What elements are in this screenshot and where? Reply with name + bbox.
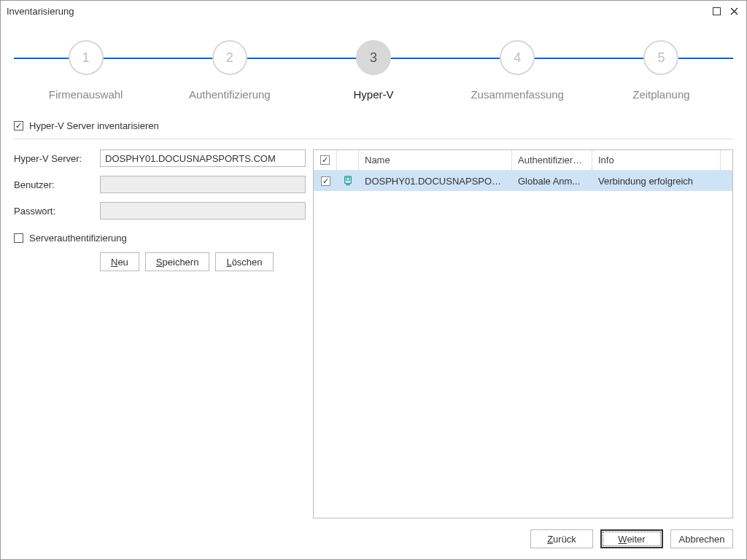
header-name[interactable]: Name (359, 150, 512, 170)
serverauth-row: Serverauthentifizierung (14, 233, 306, 244)
server-input[interactable] (100, 149, 306, 167)
step-zusammenfassung[interactable]: 4 Zusammenfassung (452, 36, 583, 101)
user-label: Benutzer: (14, 179, 100, 190)
serverauth-label: Serverauthentifizierung (29, 233, 127, 244)
step-number: 1 (69, 40, 104, 75)
step-label: Firmenauswahl (20, 88, 152, 101)
next-button[interactable]: Weiter (600, 529, 663, 548)
new-button[interactable]: Neu (100, 252, 139, 271)
row-password: Passwort: (14, 202, 306, 219)
step-zeitplanung[interactable]: 5 Zeitplanung (595, 36, 727, 101)
header-end (721, 150, 732, 170)
step-label: Zusammenfassung (452, 88, 583, 101)
step-label: Hyper-V (308, 88, 439, 101)
grid-header: Name Authentifizieru... Info (314, 150, 732, 171)
wizard-steps: 1 Firmenauswahl 2 Authentifizierung 3 Hy… (14, 36, 733, 116)
select-all-checkbox[interactable] (320, 155, 330, 165)
row-checkbox[interactable] (321, 176, 330, 186)
main-two-pane: Hyper-V Server: Benutzer: Passwort: Serv… (14, 149, 733, 518)
delete-button[interactable]: Löschen (215, 252, 273, 271)
back-button[interactable]: Zurück (530, 529, 593, 548)
window-title: Inventarisierung (7, 6, 74, 17)
step-label: Authentifizierung (164, 88, 295, 101)
inventory-checkbox-label: Hyper-V Server inventarisieren (29, 120, 159, 131)
step-hyper-v[interactable]: 3 Hyper-V (308, 36, 439, 101)
header-icon-col (337, 150, 359, 170)
serverauth-checkbox[interactable] (14, 233, 23, 243)
inventory-toggle-row: Hyper-V Server inventarisieren (14, 120, 733, 131)
server-icon (337, 175, 359, 187)
password-input[interactable] (100, 202, 306, 219)
step-number: 4 (500, 40, 535, 75)
svg-rect-5 (346, 184, 349, 185)
password-label: Passwort: (14, 206, 100, 217)
form-pane: Hyper-V Server: Benutzer: Passwort: Serv… (14, 149, 306, 518)
wizard-footer: Zurück Weiter Abbrechen (1, 518, 746, 559)
separator (14, 139, 733, 139)
table-row[interactable]: DOSPHY01.DOCUSNAPSPOR... Globale Anm... … (314, 171, 732, 191)
save-button[interactable]: Speichern (145, 252, 210, 271)
row-auth: Globale Anm... (512, 176, 592, 187)
save-button-tail: peichern (163, 257, 199, 268)
delete-button-tail: öschen (232, 257, 263, 268)
step-number: 5 (643, 40, 678, 75)
form-button-row: Neu Speichern Löschen (100, 252, 306, 271)
titlebar: Inventarisierung (1, 1, 746, 21)
wizard-window: Inventarisierung 1 Firmenauswahl 2 Authe… (0, 0, 747, 560)
header-info[interactable]: Info (592, 150, 721, 170)
svg-rect-0 (713, 7, 720, 15)
header-checkbox-col[interactable] (314, 150, 337, 170)
step-number: 3 (356, 40, 391, 75)
row-name: DOSPHY01.DOCUSNAPSPOR... (359, 176, 512, 187)
grid-body[interactable]: DOSPHY01.DOCUSNAPSPOR... Globale Anm... … (314, 171, 732, 518)
row-server: Hyper-V Server: (14, 149, 306, 167)
inventory-checkbox[interactable] (14, 121, 23, 131)
row-user: Benutzer: (14, 176, 306, 193)
close-icon[interactable] (727, 4, 740, 18)
maximize-icon[interactable] (710, 4, 723, 18)
svg-rect-4 (346, 178, 349, 181)
step-label: Zeitplanung (595, 88, 727, 101)
server-label: Hyper-V Server: (14, 153, 100, 164)
server-grid: Name Authentifizieru... Info DOSPHY01.DO… (313, 149, 733, 518)
new-button-tail: eu (117, 257, 128, 268)
row-info: Verbindung erfolgreich (592, 176, 732, 187)
step-authentifizierung[interactable]: 2 Authentifizierung (164, 36, 295, 101)
cancel-button[interactable]: Abbrechen (670, 529, 733, 548)
content-area: 1 Firmenauswahl 2 Authentifizierung 3 Hy… (1, 21, 746, 518)
step-firmenauswahl[interactable]: 1 Firmenauswahl (20, 36, 152, 101)
header-auth[interactable]: Authentifizieru... (512, 150, 592, 170)
step-number: 2 (212, 40, 247, 75)
user-input[interactable] (100, 176, 306, 193)
